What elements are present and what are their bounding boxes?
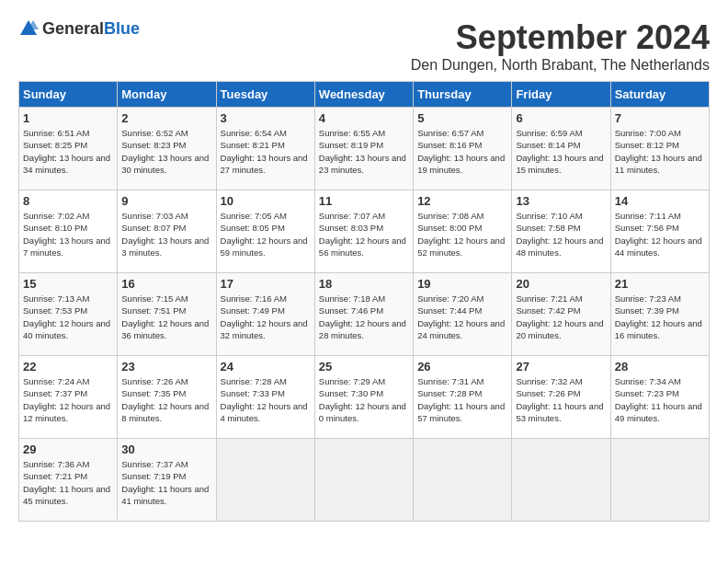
day-number: 21	[615, 277, 705, 291]
table-cell: 27 Sunrise: 7:32 AM Sunset: 7:26 PM Dayl…	[512, 356, 610, 439]
day-number: 4	[319, 111, 409, 125]
table-cell	[414, 439, 512, 522]
day-number: 12	[417, 194, 507, 208]
day-info: Sunrise: 7:15 AM Sunset: 7:51 PM Dayligh…	[121, 293, 211, 341]
day-number: 1	[23, 111, 113, 125]
day-info: Sunrise: 7:26 AM Sunset: 7:35 PM Dayligh…	[121, 375, 211, 424]
table-cell: 3 Sunrise: 6:54 AM Sunset: 8:21 PM Dayli…	[216, 108, 314, 190]
day-number: 7	[615, 111, 705, 125]
day-number: 6	[516, 111, 606, 125]
day-info: Sunrise: 7:18 AM Sunset: 7:46 PM Dayligh…	[319, 293, 409, 341]
day-info: Sunrise: 7:00 AM Sunset: 8:12 PM Dayligh…	[615, 127, 705, 176]
table-cell: 12 Sunrise: 7:08 AM Sunset: 8:00 PM Dayl…	[414, 190, 512, 273]
table-cell	[314, 439, 413, 522]
day-info: Sunrise: 7:03 AM Sunset: 8:07 PM Dayligh…	[121, 210, 211, 259]
day-number: 19	[417, 277, 507, 291]
table-cell: 21 Sunrise: 7:23 AM Sunset: 7:39 PM Dayl…	[610, 273, 709, 356]
day-number: 27	[516, 360, 606, 373]
day-number: 30	[121, 442, 211, 456]
day-info: Sunrise: 6:54 AM Sunset: 8:21 PM Dayligh…	[221, 127, 311, 176]
day-number: 29	[23, 442, 113, 456]
table-cell: 25 Sunrise: 7:29 AM Sunset: 7:30 PM Dayl…	[314, 356, 413, 439]
table-cell: 8 Sunrise: 7:02 AM Sunset: 8:10 PM Dayli…	[19, 190, 118, 273]
table-cell: 22 Sunrise: 7:24 AM Sunset: 7:37 PM Dayl…	[19, 356, 118, 439]
day-number: 9	[121, 194, 211, 208]
header-sunday: Sunday	[19, 82, 118, 108]
table-cell: 19 Sunrise: 7:20 AM Sunset: 7:44 PM Dayl…	[414, 273, 512, 356]
header-monday: Monday	[118, 82, 216, 108]
day-info: Sunrise: 7:23 AM Sunset: 7:39 PM Dayligh…	[615, 293, 705, 341]
table-cell: 9 Sunrise: 7:03 AM Sunset: 8:07 PM Dayli…	[118, 190, 216, 273]
day-number: 26	[417, 360, 507, 373]
location-subtitle: Den Dungen, North Brabant, The Netherlan…	[411, 57, 710, 74]
day-number: 5	[417, 111, 507, 125]
table-cell	[512, 439, 610, 522]
table-cell: 5 Sunrise: 6:57 AM Sunset: 8:16 PM Dayli…	[414, 108, 512, 190]
table-cell: 26 Sunrise: 7:31 AM Sunset: 7:28 PM Dayl…	[414, 356, 512, 439]
table-cell: 15 Sunrise: 7:13 AM Sunset: 7:53 PM Dayl…	[19, 273, 118, 356]
table-cell: 23 Sunrise: 7:26 AM Sunset: 7:35 PM Dayl…	[118, 356, 216, 439]
day-number: 15	[23, 277, 113, 291]
logo-icon	[18, 18, 39, 39]
day-number: 14	[615, 194, 705, 208]
header-friday: Friday	[512, 82, 610, 108]
day-info: Sunrise: 7:02 AM Sunset: 8:10 PM Dayligh…	[23, 210, 113, 259]
day-info: Sunrise: 7:32 AM Sunset: 7:26 PM Dayligh…	[516, 375, 606, 424]
day-number: 8	[23, 194, 113, 208]
calendar-table: Sunday Monday Tuesday Wednesday Thursday…	[18, 81, 710, 522]
day-info: Sunrise: 7:36 AM Sunset: 7:21 PM Dayligh…	[23, 458, 113, 507]
day-number: 25	[319, 360, 409, 373]
day-number: 11	[319, 194, 409, 208]
table-cell: 29 Sunrise: 7:36 AM Sunset: 7:21 PM Dayl…	[19, 439, 118, 522]
day-number: 3	[221, 111, 311, 125]
day-info: Sunrise: 7:13 AM Sunset: 7:53 PM Dayligh…	[23, 293, 113, 341]
table-cell: 18 Sunrise: 7:18 AM Sunset: 7:46 PM Dayl…	[314, 273, 413, 356]
day-info: Sunrise: 6:57 AM Sunset: 8:16 PM Dayligh…	[417, 127, 507, 176]
table-cell	[610, 439, 709, 522]
day-number: 16	[121, 277, 211, 291]
day-number: 22	[23, 360, 113, 373]
day-info: Sunrise: 6:51 AM Sunset: 8:25 PM Dayligh…	[23, 127, 113, 176]
day-info: Sunrise: 6:59 AM Sunset: 8:14 PM Dayligh…	[516, 127, 606, 176]
table-cell: 20 Sunrise: 7:21 AM Sunset: 7:42 PM Dayl…	[512, 273, 610, 356]
day-info: Sunrise: 7:10 AM Sunset: 7:58 PM Dayligh…	[516, 210, 606, 259]
table-cell: 4 Sunrise: 6:55 AM Sunset: 8:19 PM Dayli…	[314, 108, 413, 190]
header-saturday: Saturday	[610, 82, 709, 108]
day-info: Sunrise: 7:28 AM Sunset: 7:33 PM Dayligh…	[221, 375, 311, 424]
table-cell: 6 Sunrise: 6:59 AM Sunset: 8:14 PM Dayli…	[512, 108, 610, 190]
day-number: 28	[615, 360, 705, 373]
day-number: 10	[221, 194, 311, 208]
table-cell: 28 Sunrise: 7:34 AM Sunset: 7:23 PM Dayl…	[610, 356, 709, 439]
day-info: Sunrise: 7:16 AM Sunset: 7:49 PM Dayligh…	[221, 293, 311, 341]
day-number: 13	[516, 194, 606, 208]
table-cell: 10 Sunrise: 7:05 AM Sunset: 8:05 PM Dayl…	[216, 190, 314, 273]
table-cell: 11 Sunrise: 7:07 AM Sunset: 8:03 PM Dayl…	[314, 190, 413, 273]
day-info: Sunrise: 7:37 AM Sunset: 7:19 PM Dayligh…	[121, 458, 211, 507]
table-cell: 13 Sunrise: 7:10 AM Sunset: 7:58 PM Dayl…	[512, 190, 610, 273]
table-cell: 30 Sunrise: 7:37 AM Sunset: 7:19 PM Dayl…	[118, 439, 216, 522]
table-cell: 1 Sunrise: 6:51 AM Sunset: 8:25 PM Dayli…	[19, 108, 118, 190]
table-cell: 14 Sunrise: 7:11 AM Sunset: 7:56 PM Dayl…	[610, 190, 709, 273]
table-cell: 7 Sunrise: 7:00 AM Sunset: 8:12 PM Dayli…	[610, 108, 709, 190]
day-info: Sunrise: 6:55 AM Sunset: 8:19 PM Dayligh…	[319, 127, 409, 176]
day-info: Sunrise: 6:52 AM Sunset: 8:23 PM Dayligh…	[121, 127, 211, 176]
day-number: 20	[516, 277, 606, 291]
day-info: Sunrise: 7:11 AM Sunset: 7:56 PM Dayligh…	[615, 210, 705, 259]
day-info: Sunrise: 7:21 AM Sunset: 7:42 PM Dayligh…	[516, 293, 606, 341]
day-info: Sunrise: 7:24 AM Sunset: 7:37 PM Dayligh…	[23, 375, 113, 424]
day-info: Sunrise: 7:05 AM Sunset: 8:05 PM Dayligh…	[221, 210, 311, 259]
day-info: Sunrise: 7:29 AM Sunset: 7:30 PM Dayligh…	[319, 375, 409, 424]
header-wednesday: Wednesday	[314, 82, 413, 108]
day-info: Sunrise: 7:34 AM Sunset: 7:23 PM Dayligh…	[615, 375, 705, 424]
day-number: 17	[221, 277, 311, 291]
page-title: September 2024	[411, 18, 710, 57]
day-info: Sunrise: 7:08 AM Sunset: 8:00 PM Dayligh…	[417, 210, 507, 259]
table-cell: 16 Sunrise: 7:15 AM Sunset: 7:51 PM Dayl…	[118, 273, 216, 356]
logo-blue: Blue	[104, 19, 140, 38]
day-info: Sunrise: 7:07 AM Sunset: 8:03 PM Dayligh…	[319, 210, 409, 259]
day-number: 2	[121, 111, 211, 125]
header-thursday: Thursday	[414, 82, 512, 108]
day-info: Sunrise: 7:31 AM Sunset: 7:28 PM Dayligh…	[417, 375, 507, 424]
logo-general: General	[42, 19, 104, 38]
table-cell: 2 Sunrise: 6:52 AM Sunset: 8:23 PM Dayli…	[118, 108, 216, 190]
